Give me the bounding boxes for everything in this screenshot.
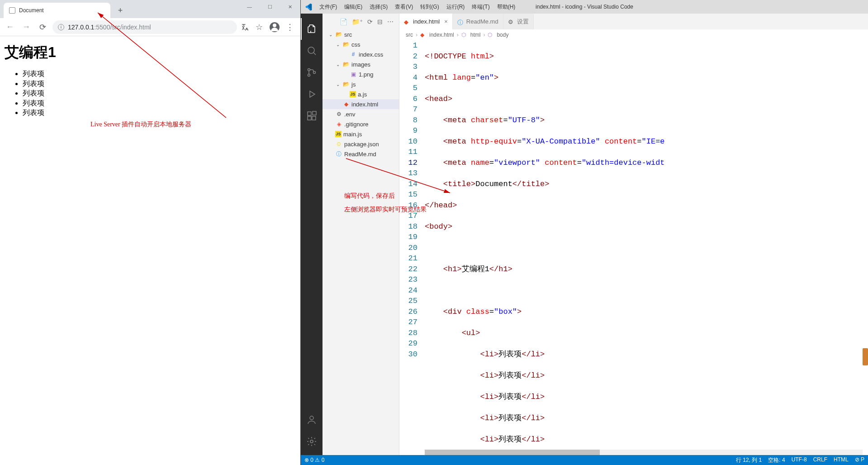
file-png[interactable]: ▣1.png	[323, 69, 399, 79]
menu-file[interactable]: 文件(F)	[316, 2, 340, 12]
line-numbers: 1234567891011121314151617181920212223242…	[399, 40, 425, 455]
menu-help[interactable]: 帮助(H)	[494, 2, 519, 12]
vscode-logo-icon	[301, 3, 316, 10]
svg-point-4	[313, 72, 316, 74]
maximize-button[interactable]: ☐	[260, 0, 280, 14]
new-file-icon[interactable]: 📄	[340, 18, 347, 25]
file-index-html[interactable]: ◆index.html	[323, 99, 399, 109]
extensions-icon[interactable]	[301, 105, 323, 127]
status-port[interactable]: ⊘ P	[855, 456, 864, 464]
translate-icon[interactable]	[241, 23, 249, 31]
file-readme[interactable]: ⓘReadMe.md	[323, 149, 399, 159]
breadcrumb-item[interactable]: html	[470, 32, 481, 38]
menu-terminal[interactable]: 终端(T)	[469, 2, 493, 12]
explorer-sidebar: 📄 📁⁺ ⟳ ⊟ ⋯ ⌄📂src ⌄📂css #index.css ⌄📂imag…	[323, 14, 399, 455]
activity-bar	[301, 14, 323, 455]
outline-icon: ⬡	[488, 32, 494, 38]
annotation-text-2a: 编写代码，保存后	[344, 192, 395, 200]
chrome-tab-strip: Document + — ☐ ✕	[0, 0, 300, 18]
file-package-json[interactable]: ⊙package.json	[323, 139, 399, 149]
account-icon[interactable]	[301, 409, 323, 431]
more-icon[interactable]: ⋯	[387, 18, 394, 25]
status-encoding[interactable]: UTF-8	[792, 456, 807, 464]
file-env[interactable]: ⚙.env	[323, 109, 399, 119]
svg-rect-8	[313, 111, 316, 115]
source-control-icon[interactable]	[301, 62, 323, 83]
page-list: 列表项 列表项 列表项 列表项 列表项	[5, 69, 296, 118]
svg-rect-5	[308, 112, 311, 115]
menu-select[interactable]: 选择(S)	[366, 2, 391, 12]
window-controls: — ☐ ✕	[239, 0, 300, 14]
breadcrumb-item[interactable]: index.html	[429, 32, 454, 38]
file-ajs[interactable]: JSa.js	[323, 89, 399, 99]
svg-point-9	[310, 416, 313, 420]
minimize-button[interactable]: —	[239, 0, 260, 14]
status-cursor[interactable]: 行 12, 列 1	[736, 456, 762, 464]
breadcrumb-item[interactable]: body	[497, 32, 508, 38]
file-index-css[interactable]: #index.css	[323, 49, 399, 59]
profile-icon[interactable]	[270, 22, 280, 32]
breadcrumbs[interactable]: src› ◆index.html› ⬡html› ⬡body	[399, 29, 868, 40]
editor-area: ◆index.html× ⓘReadMe.md ⚙设置 src› ◆index.…	[399, 14, 868, 455]
editor-tabs: ◆index.html× ⓘReadMe.md ⚙设置	[399, 14, 868, 29]
reload-button[interactable]: ⟳	[36, 21, 49, 34]
chrome-toolbar: ← → ⟳ i 127.0.0.1:5500/src/index.html ☆ …	[0, 18, 300, 36]
vscode-window: 文件(F) 编辑(E) 选择(S) 查看(V) 转到(G) 运行(R) 终端(T…	[301, 0, 868, 465]
run-debug-icon[interactable]	[301, 83, 323, 105]
page-heading: 艾编程1	[5, 43, 296, 62]
tab-readme[interactable]: ⓘReadMe.md	[453, 14, 503, 29]
svg-point-3	[308, 74, 310, 77]
chrome-tab[interactable]: Document	[4, 3, 110, 18]
explorer-icon[interactable]	[301, 18, 323, 40]
new-folder-icon[interactable]: 📁⁺	[352, 18, 363, 25]
file-icon	[9, 7, 15, 14]
status-errors[interactable]: ⊗ 0 ⚠ 0	[304, 457, 324, 463]
list-item: 列表项	[23, 108, 296, 118]
refresh-icon[interactable]: ⟳	[367, 18, 373, 25]
tab-settings[interactable]: ⚙设置	[503, 14, 534, 29]
folder-images[interactable]: ⌄📂images	[323, 59, 399, 69]
status-spaces[interactable]: 空格: 4	[768, 456, 785, 464]
chrome-browser: Document + — ☐ ✕ ← → ⟳ i 127.0.0.1:5500/…	[0, 0, 301, 465]
svg-rect-6	[308, 116, 311, 120]
tab-title: Document	[19, 7, 44, 14]
site-info-icon[interactable]: i	[58, 24, 64, 30]
file-mainjs[interactable]: JSmain.js	[323, 129, 399, 139]
code-content[interactable]: <!DOCTYPE html> <html lang="en"> <head> …	[425, 40, 868, 455]
page-content: 艾编程1 列表项 列表项 列表项 列表项 列表项 Live Server 插件自…	[0, 36, 300, 465]
url-text: 127.0.0.1:5500/src/index.html	[68, 24, 151, 31]
svg-point-2	[308, 69, 310, 71]
breadcrumb-item[interactable]: src	[406, 32, 413, 38]
menu-icon[interactable]: ⋮	[286, 23, 294, 31]
vscode-menubar: 文件(F) 编辑(E) 选择(S) 查看(V) 转到(G) 运行(R) 终端(T…	[301, 0, 868, 14]
file-gitignore[interactable]: ◈.gitignore	[323, 119, 399, 129]
folder-css[interactable]: ⌄📂css	[323, 39, 399, 49]
menu-go[interactable]: 转到(G)	[417, 2, 442, 12]
window-title: index.html - icoding - Visual Studio Cod…	[536, 4, 633, 10]
menu-edit[interactable]: 编辑(E)	[341, 2, 365, 12]
status-eol[interactable]: CRLF	[813, 456, 827, 464]
new-tab-button[interactable]: +	[114, 4, 127, 17]
folder-src[interactable]: ⌄📂src	[323, 29, 399, 39]
scrollbar-thumb[interactable]	[425, 450, 600, 455]
list-item: 列表项	[23, 98, 296, 108]
menu-view[interactable]: 查看(V)	[392, 2, 416, 12]
folder-js[interactable]: ⌄📂js	[323, 79, 399, 89]
bookmark-icon[interactable]: ☆	[255, 23, 263, 31]
search-icon[interactable]	[301, 40, 323, 62]
close-button[interactable]: ✕	[280, 0, 300, 14]
svg-point-1	[308, 47, 314, 53]
settings-icon[interactable]	[301, 431, 323, 452]
tab-close-icon[interactable]: ×	[444, 18, 448, 25]
back-button[interactable]: ←	[4, 21, 16, 34]
html-icon: ◆	[420, 32, 427, 38]
horizontal-scrollbar[interactable]	[425, 450, 863, 455]
svg-point-10	[310, 440, 313, 443]
tab-index-html[interactable]: ◆index.html×	[399, 14, 453, 29]
menu-run[interactable]: 运行(R)	[443, 2, 468, 12]
list-item: 列表项	[23, 88, 296, 98]
address-bar[interactable]: i 127.0.0.1:5500/src/index.html	[52, 20, 237, 34]
status-language[interactable]: HTML	[834, 456, 849, 464]
collapse-icon[interactable]: ⊟	[377, 18, 383, 25]
code-editor[interactable]: 1234567891011121314151617181920212223242…	[399, 40, 868, 455]
